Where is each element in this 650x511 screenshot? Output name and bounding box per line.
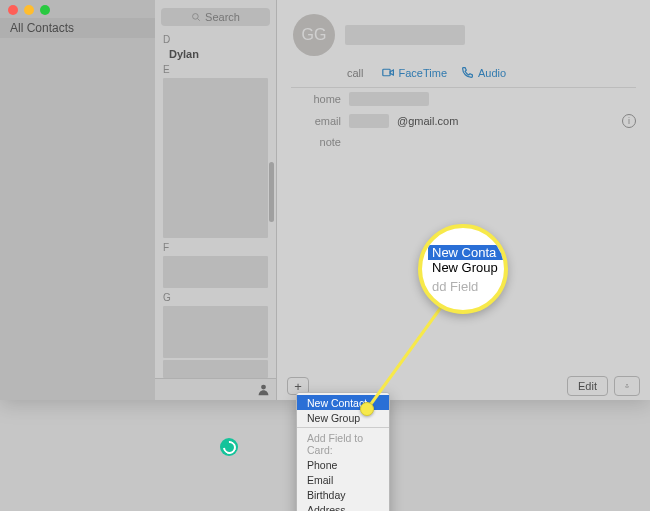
menu-add-field-header: Add Field to Card: [297, 430, 389, 457]
section-header-e: E [155, 62, 276, 76]
menu-email[interactable]: Email [297, 472, 389, 487]
callout-anchor-dot [360, 402, 374, 416]
contacts-window: All Contacts Search D Dylan E F G GG [0, 0, 650, 400]
video-icon [382, 66, 395, 79]
svg-line-1 [198, 19, 200, 21]
home-label: home [291, 93, 341, 105]
callout-leader-line [360, 300, 450, 420]
traffic-lights [8, 5, 50, 15]
search-placeholder: Search [205, 11, 240, 23]
window-close-button[interactable] [8, 5, 18, 15]
avatar: GG [293, 14, 335, 56]
svg-point-0 [193, 14, 199, 20]
contacts-list[interactable]: D Dylan E F G [155, 32, 276, 378]
field-note: note [277, 132, 650, 152]
groups-sidebar: All Contacts [0, 0, 155, 400]
field-email: email @gmail.com i [277, 110, 650, 132]
redacted-contacts [163, 360, 268, 378]
email-value-redacted [349, 114, 389, 128]
window-maximize-button[interactable] [40, 5, 50, 15]
info-icon[interactable]: i [622, 114, 636, 128]
redacted-contacts [163, 256, 268, 288]
callout-magnifier: New Conta New Group dd Field [418, 224, 508, 314]
magnifier-row-disabled: dd Field [432, 279, 504, 294]
list-footer [155, 378, 276, 400]
section-header-d: D [155, 32, 276, 46]
section-header-g: G [155, 290, 276, 304]
edit-button[interactable]: Edit [567, 376, 608, 396]
svg-rect-3 [382, 69, 389, 76]
contact-detail-pane: GG call FaceTime Audio home email @gmail… [277, 0, 650, 400]
field-home: home [277, 88, 650, 110]
search-input[interactable]: Search [161, 8, 270, 26]
contact-name-redacted [345, 25, 465, 45]
share-button[interactable] [614, 376, 640, 396]
svg-point-2 [261, 385, 266, 390]
phone-icon [461, 66, 474, 79]
window-minimize-button[interactable] [24, 5, 34, 15]
section-header-f: F [155, 240, 276, 254]
person-icon [257, 383, 270, 396]
call-label: call [347, 67, 364, 79]
search-icon [191, 12, 201, 22]
grammarly-icon[interactable] [220, 438, 238, 456]
menu-phone[interactable]: Phone [297, 457, 389, 472]
menu-separator [297, 427, 389, 428]
note-label: note [291, 136, 341, 148]
share-icon [625, 380, 629, 392]
menu-address[interactable]: Address [297, 502, 389, 511]
home-value-redacted [349, 92, 429, 106]
menu-birthday[interactable]: Birthday [297, 487, 389, 502]
contact-row-dylan[interactable]: Dylan [155, 46, 276, 62]
redacted-contacts [163, 306, 268, 358]
email-suffix: @gmail.com [397, 115, 458, 127]
audio-button[interactable]: Audio [461, 66, 506, 79]
facetime-button[interactable]: FaceTime [382, 66, 448, 79]
scrollbar-thumb[interactable] [269, 162, 274, 222]
svg-line-4 [368, 306, 442, 408]
contacts-list-column: Search D Dylan E F G [155, 0, 277, 400]
sidebar-item-all-contacts[interactable]: All Contacts [0, 18, 155, 38]
magnifier-row-selected: New Conta [428, 245, 504, 260]
call-actions-row: call FaceTime Audio [291, 62, 636, 88]
redacted-contacts [163, 78, 268, 238]
email-label: email [291, 115, 341, 127]
magnifier-row: New Group [432, 260, 504, 275]
